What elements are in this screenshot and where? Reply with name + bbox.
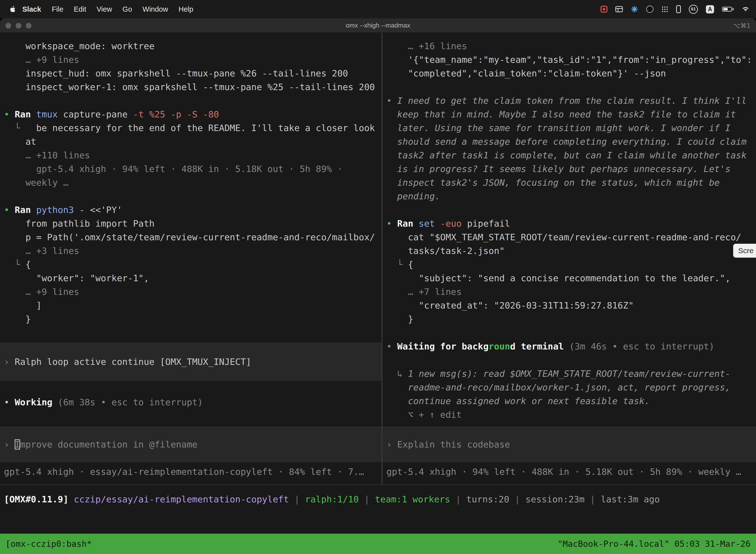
menu-item-file[interactable]: File xyxy=(52,5,63,13)
terminal-line: continue assigned work or next feasible … xyxy=(386,394,756,408)
terminal-line: … +9 lines xyxy=(4,285,381,298)
terminal-line xyxy=(386,80,756,94)
omx-status-bar: [OMX#0.11.9] cczip/essay/ai-reimplementa… xyxy=(0,485,756,513)
terminal-line: keep that in mind. Maybe I also need the… xyxy=(386,107,756,121)
left-input-line[interactable]: › Improve documentation in @filename xyxy=(4,438,197,451)
terminal-line xyxy=(4,189,381,203)
terminal-line: cat "$OMX_TEAM_STATE_ROOT/team/review-cu… xyxy=(386,230,756,244)
menu-item-edit[interactable]: Edit xyxy=(74,5,86,13)
terminal-line: tasks/task-2.json" xyxy=(386,244,756,258)
queued-message-band: › Ralph loop active continue [OMX_TMUX_I… xyxy=(0,342,381,381)
working-status-line: • Working (6m 38s • esc to interrupt) xyxy=(0,395,381,409)
terminal-line: … +7 lines xyxy=(386,285,756,298)
window-title: omx --xhigh --madmax xyxy=(0,21,756,29)
terminal-line: "worker": "worker-1", xyxy=(4,271,381,285)
terminal-line: • Ran set -euo pipefail xyxy=(386,217,756,230)
terminal-line: • Waiting for background terminal (3m 46… xyxy=(386,340,756,353)
right-pane[interactable]: … +16 lines '{"team_name":"my-team","tas… xyxy=(382,33,756,485)
right-input-band[interactable]: › Explain this codebase xyxy=(382,427,756,462)
window-titlebar[interactable]: omx --xhigh --madmax ⌥⌘1 xyxy=(0,18,756,33)
menu-item-go[interactable]: Go xyxy=(123,5,132,13)
terminal-line xyxy=(386,203,756,217)
terminal-line: inspect_worker-1: omx sparkshell --tmux-… xyxy=(4,80,381,94)
terminal-line: workspace_mode: worktree xyxy=(4,39,381,53)
screen-tooltip: Scre xyxy=(733,244,756,258)
terminal-line: ↳ 1 new msg(s): read $OMX_TEAM_STATE_ROO… xyxy=(386,367,756,381)
input-source-icon[interactable]: A xyxy=(706,5,714,13)
terminal-line: ⌥ + ↑ edit xyxy=(386,408,756,422)
terminal-line: gpt-5.4 xhigh · 94% left · 488K in · 5.1… xyxy=(4,162,381,176)
battery-percent-badge[interactable]: 61 xyxy=(689,5,698,14)
app-menus: FileEditViewGoWindowHelp xyxy=(47,5,199,13)
terminal-line: … +16 lines xyxy=(386,39,756,53)
battery-fill xyxy=(723,8,728,10)
left-pane[interactable]: workspace_mode: worktree … +9 lines insp… xyxy=(0,33,381,485)
minimize-button[interactable] xyxy=(16,23,21,29)
tmux-host-time: "MacBook-Pro-44.local" 05:03 31-Mar-26 xyxy=(558,539,751,549)
terminal-line: • I need to get the claim token from the… xyxy=(386,94,756,107)
terminal-line: should send a message before completing … xyxy=(386,135,756,149)
menu-item-window[interactable]: Window xyxy=(143,5,168,13)
close-button[interactable] xyxy=(5,23,11,29)
zoom-button[interactable] xyxy=(26,23,32,29)
window-grid-icon[interactable] xyxy=(615,6,623,12)
terminal-window: omx --xhigh --madmax ⌥⌘1 workspace_mode:… xyxy=(0,18,756,554)
terminal-line: task2 after task1 is complete, but can I… xyxy=(386,149,756,162)
tmux-session-info: [omx-cczip0:bash* xyxy=(5,539,92,549)
terminal-line: inspect task2's JSON, focusing on the st… xyxy=(386,176,756,189)
terminal-line: at xyxy=(4,135,381,149)
terminal-line: pending. xyxy=(386,189,756,203)
terminal-line: … +3 lines xyxy=(4,244,381,258)
traffic-lights xyxy=(5,18,32,33)
omx-status-line: [OMX#0.11.9] cczip/essay/ai-reimplementa… xyxy=(4,492,660,506)
terminal-line: └ { xyxy=(386,258,756,271)
menu-bar: Slack FileEditViewGoWindowHelp 61 A xyxy=(0,0,756,18)
right-model-status-line: gpt-5.4 xhigh · 94% left · 488K in · 5.1… xyxy=(382,465,756,479)
terminal-line: • Ran tmux capture-pane -t %25 -p -S -80 xyxy=(4,107,381,121)
terminal-line: is in progress? It seems likely but perh… xyxy=(386,162,756,176)
sparkle-app-icon[interactable] xyxy=(631,5,638,13)
terminal-line: "completed","claim_token":"claim-token"}… xyxy=(386,66,756,80)
tmux-status-bar: [omx-cczip0:bash* "MacBook-Pro-44.local"… xyxy=(0,534,756,554)
terminal-line: '{"team_name":"my-team","task_id":"1","f… xyxy=(386,53,756,66)
terminal-line: • Ran python3 - <<'PY' xyxy=(4,203,381,217)
app-menu-slack[interactable]: Slack xyxy=(22,5,41,13)
battery-nub xyxy=(733,8,734,10)
wifi-icon[interactable] xyxy=(742,6,750,12)
menu-item-help[interactable]: Help xyxy=(179,5,193,13)
left-model-status-line: gpt-5.4 xhigh · essay/ai-reimplementatio… xyxy=(0,465,381,479)
terminal-line: later. Using the same for transition mig… xyxy=(386,121,756,135)
terminal-line xyxy=(4,94,381,107)
terminal-line: "subject": "send a concise recommendatio… xyxy=(386,271,756,285)
terminal-line: weekly … xyxy=(4,176,381,189)
terminal-line: └ { xyxy=(4,258,381,271)
menu-item-view[interactable]: View xyxy=(97,5,112,13)
left-input-band[interactable]: › Improve documentation in @filename xyxy=(0,427,381,462)
left-transcript: workspace_mode: worktree … +9 lines insp… xyxy=(0,33,381,326)
circle-app-icon[interactable] xyxy=(646,5,653,13)
terminal-line: } xyxy=(4,312,381,326)
battery-icon[interactable] xyxy=(722,7,734,12)
terminal-line xyxy=(386,353,756,367)
right-transcript: … +16 lines '{"team_name":"my-team","tas… xyxy=(382,33,756,422)
menu-status-icons: 61 A xyxy=(601,5,750,14)
display-mirroring-icon[interactable] xyxy=(676,5,681,13)
terminal-line: inspect_hud: omx sparkshell --tmux-pane … xyxy=(4,66,381,80)
terminal-line: "created_at": "2026-03-31T11:59:27.816Z" xyxy=(386,298,756,312)
terminal-line: from pathlib import Path xyxy=(4,217,381,230)
battery-body xyxy=(722,7,732,12)
queued-message-line: › Ralph loop active continue [OMX_TMUX_I… xyxy=(4,355,251,369)
dots-grid-icon[interactable] xyxy=(662,6,668,13)
terminal-line xyxy=(386,326,756,340)
right-input-line[interactable]: › Explain this codebase xyxy=(386,438,510,451)
apple-menu-icon[interactable] xyxy=(6,5,20,13)
terminal-line: … +9 lines xyxy=(4,53,381,66)
screen-recording-indicator-icon[interactable] xyxy=(601,6,608,13)
terminal-line: … +110 lines xyxy=(4,149,381,162)
apple-logo xyxy=(10,5,16,13)
menu-bar-left: Slack FileEditViewGoWindowHelp xyxy=(6,5,198,13)
terminal-line: ] xyxy=(4,298,381,312)
terminal-line: readme-and-reco/mailbox/worker-1.json, a… xyxy=(386,381,756,394)
terminal-line: └ be necessary for the end of the README… xyxy=(4,121,381,135)
terminal-line: } xyxy=(386,312,756,326)
